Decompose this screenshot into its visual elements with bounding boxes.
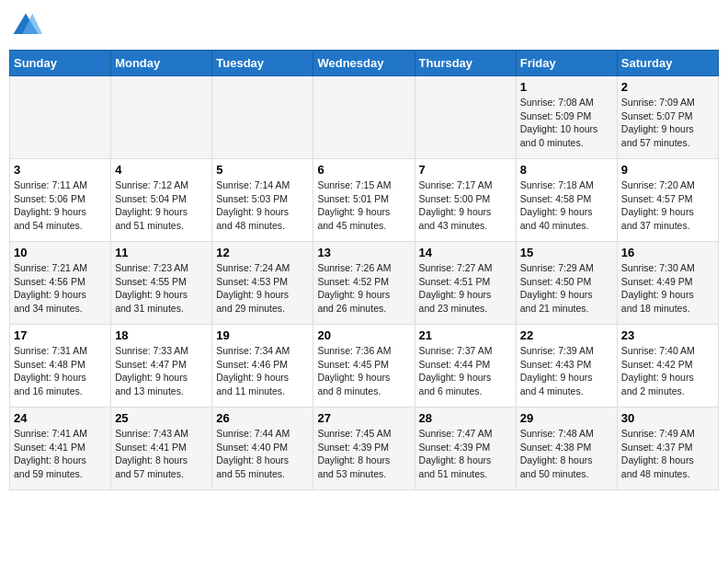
day-info: Sunrise: 7:34 AM Sunset: 4:46 PM Dayligh… <box>216 344 309 398</box>
day-cell <box>415 76 516 159</box>
week-row-3: 10Sunrise: 7:21 AM Sunset: 4:56 PM Dayli… <box>10 242 719 325</box>
day-header-saturday: Saturday <box>617 51 718 76</box>
day-number: 28 <box>419 411 512 425</box>
day-cell <box>111 76 212 159</box>
day-cell: 29Sunrise: 7:48 AM Sunset: 4:38 PM Dayli… <box>516 408 617 490</box>
logo <box>9 9 46 42</box>
day-number: 29 <box>520 411 613 425</box>
day-cell: 25Sunrise: 7:43 AM Sunset: 4:41 PM Dayli… <box>111 408 212 490</box>
day-info: Sunrise: 7:40 AM Sunset: 4:42 PM Dayligh… <box>621 344 714 398</box>
day-cell: 21Sunrise: 7:37 AM Sunset: 4:44 PM Dayli… <box>415 325 516 408</box>
day-cell: 6Sunrise: 7:15 AM Sunset: 5:01 PM Daylig… <box>313 159 415 242</box>
day-header-thursday: Thursday <box>415 51 516 76</box>
calendar-table: SundayMondayTuesdayWednesdayThursdayFrid… <box>9 50 719 490</box>
day-number: 20 <box>317 328 410 342</box>
day-info: Sunrise: 7:15 AM Sunset: 5:01 PM Dayligh… <box>317 178 410 233</box>
day-info: Sunrise: 7:45 AM Sunset: 4:39 PM Dayligh… <box>317 427 410 481</box>
day-number: 25 <box>115 411 208 425</box>
day-cell: 10Sunrise: 7:21 AM Sunset: 4:56 PM Dayli… <box>10 242 111 325</box>
day-number: 21 <box>419 328 512 342</box>
day-number: 9 <box>621 163 714 177</box>
day-info: Sunrise: 7:41 AM Sunset: 4:41 PM Dayligh… <box>14 427 107 481</box>
day-cell: 1Sunrise: 7:08 AM Sunset: 5:09 PM Daylig… <box>516 76 617 159</box>
day-info: Sunrise: 7:24 AM Sunset: 4:53 PM Dayligh… <box>216 261 309 316</box>
day-number: 24 <box>14 411 107 425</box>
day-info: Sunrise: 7:33 AM Sunset: 4:47 PM Dayligh… <box>115 344 208 398</box>
day-cell: 13Sunrise: 7:26 AM Sunset: 4:52 PM Dayli… <box>313 242 415 325</box>
day-number: 13 <box>317 246 410 259</box>
day-info: Sunrise: 7:31 AM Sunset: 4:48 PM Dayligh… <box>14 344 107 398</box>
logo-icon <box>9 9 42 42</box>
day-number: 17 <box>14 328 107 342</box>
calendar-body: 1Sunrise: 7:08 AM Sunset: 5:09 PM Daylig… <box>10 76 719 490</box>
day-cell: 20Sunrise: 7:36 AM Sunset: 4:45 PM Dayli… <box>313 325 415 408</box>
day-info: Sunrise: 7:47 AM Sunset: 4:39 PM Dayligh… <box>419 427 512 481</box>
day-cell: 18Sunrise: 7:33 AM Sunset: 4:47 PM Dayli… <box>111 325 212 408</box>
day-cell: 14Sunrise: 7:27 AM Sunset: 4:51 PM Dayli… <box>415 242 516 325</box>
day-info: Sunrise: 7:37 AM Sunset: 4:44 PM Dayligh… <box>419 344 512 398</box>
day-info: Sunrise: 7:48 AM Sunset: 4:38 PM Dayligh… <box>520 427 613 481</box>
day-number: 12 <box>216 246 309 259</box>
header <box>9 9 719 42</box>
day-info: Sunrise: 7:44 AM Sunset: 4:40 PM Dayligh… <box>216 427 309 481</box>
day-number: 2 <box>621 80 714 94</box>
day-cell: 16Sunrise: 7:30 AM Sunset: 4:49 PM Dayli… <box>617 242 718 325</box>
day-info: Sunrise: 7:27 AM Sunset: 4:51 PM Dayligh… <box>419 261 512 316</box>
day-info: Sunrise: 7:21 AM Sunset: 4:56 PM Dayligh… <box>14 261 107 316</box>
day-cell: 5Sunrise: 7:14 AM Sunset: 5:03 PM Daylig… <box>212 159 313 242</box>
day-number: 1 <box>520 80 613 94</box>
day-info: Sunrise: 7:08 AM Sunset: 5:09 PM Dayligh… <box>520 96 613 150</box>
day-info: Sunrise: 7:09 AM Sunset: 5:07 PM Dayligh… <box>621 96 714 150</box>
day-header-tuesday: Tuesday <box>212 51 313 76</box>
day-cell: 12Sunrise: 7:24 AM Sunset: 4:53 PM Dayli… <box>212 242 313 325</box>
day-number: 19 <box>216 328 309 342</box>
day-cell: 23Sunrise: 7:40 AM Sunset: 4:42 PM Dayli… <box>617 325 718 408</box>
day-info: Sunrise: 7:11 AM Sunset: 5:06 PM Dayligh… <box>14 178 107 233</box>
day-cell <box>212 76 313 159</box>
day-cell <box>313 76 415 159</box>
day-header-friday: Friday <box>516 51 617 76</box>
day-info: Sunrise: 7:49 AM Sunset: 4:37 PM Dayligh… <box>621 427 714 481</box>
day-cell: 22Sunrise: 7:39 AM Sunset: 4:43 PM Dayli… <box>516 325 617 408</box>
day-info: Sunrise: 7:14 AM Sunset: 5:03 PM Dayligh… <box>216 178 309 233</box>
day-cell: 7Sunrise: 7:17 AM Sunset: 5:00 PM Daylig… <box>415 159 516 242</box>
day-number: 3 <box>14 163 107 177</box>
day-cell: 3Sunrise: 7:11 AM Sunset: 5:06 PM Daylig… <box>10 159 111 242</box>
day-number: 14 <box>419 246 512 259</box>
day-info: Sunrise: 7:23 AM Sunset: 4:55 PM Dayligh… <box>115 261 208 316</box>
week-row-5: 24Sunrise: 7:41 AM Sunset: 4:41 PM Dayli… <box>10 408 719 490</box>
day-number: 10 <box>14 246 107 259</box>
day-info: Sunrise: 7:30 AM Sunset: 4:49 PM Dayligh… <box>621 261 714 316</box>
header-row: SundayMondayTuesdayWednesdayThursdayFrid… <box>10 51 719 76</box>
day-cell: 8Sunrise: 7:18 AM Sunset: 4:58 PM Daylig… <box>516 159 617 242</box>
calendar-header: SundayMondayTuesdayWednesdayThursdayFrid… <box>10 51 719 76</box>
week-row-4: 17Sunrise: 7:31 AM Sunset: 4:48 PM Dayli… <box>10 325 719 408</box>
day-info: Sunrise: 7:39 AM Sunset: 4:43 PM Dayligh… <box>520 344 613 398</box>
day-cell: 26Sunrise: 7:44 AM Sunset: 4:40 PM Dayli… <box>212 408 313 490</box>
day-cell: 11Sunrise: 7:23 AM Sunset: 4:55 PM Dayli… <box>111 242 212 325</box>
day-number: 26 <box>216 411 309 425</box>
day-number: 18 <box>115 328 208 342</box>
day-info: Sunrise: 7:18 AM Sunset: 4:58 PM Dayligh… <box>520 178 613 233</box>
day-cell: 15Sunrise: 7:29 AM Sunset: 4:50 PM Dayli… <box>516 242 617 325</box>
day-info: Sunrise: 7:29 AM Sunset: 4:50 PM Dayligh… <box>520 261 613 316</box>
page: SundayMondayTuesdayWednesdayThursdayFrid… <box>0 0 728 500</box>
day-cell: 17Sunrise: 7:31 AM Sunset: 4:48 PM Dayli… <box>10 325 111 408</box>
week-row-1: 1Sunrise: 7:08 AM Sunset: 5:09 PM Daylig… <box>10 76 719 159</box>
day-number: 30 <box>621 411 714 425</box>
week-row-2: 3Sunrise: 7:11 AM Sunset: 5:06 PM Daylig… <box>10 159 719 242</box>
day-number: 11 <box>115 246 208 259</box>
day-info: Sunrise: 7:17 AM Sunset: 5:00 PM Dayligh… <box>419 178 512 233</box>
day-number: 7 <box>419 163 512 177</box>
day-number: 5 <box>216 163 309 177</box>
day-cell: 4Sunrise: 7:12 AM Sunset: 5:04 PM Daylig… <box>111 159 212 242</box>
day-cell: 19Sunrise: 7:34 AM Sunset: 4:46 PM Dayli… <box>212 325 313 408</box>
day-cell: 24Sunrise: 7:41 AM Sunset: 4:41 PM Dayli… <box>10 408 111 490</box>
day-number: 6 <box>317 163 410 177</box>
day-header-sunday: Sunday <box>10 51 111 76</box>
day-number: 15 <box>520 246 613 259</box>
day-number: 27 <box>317 411 410 425</box>
day-number: 16 <box>621 246 714 259</box>
day-info: Sunrise: 7:26 AM Sunset: 4:52 PM Dayligh… <box>317 261 410 316</box>
day-cell: 9Sunrise: 7:20 AM Sunset: 4:57 PM Daylig… <box>617 159 718 242</box>
